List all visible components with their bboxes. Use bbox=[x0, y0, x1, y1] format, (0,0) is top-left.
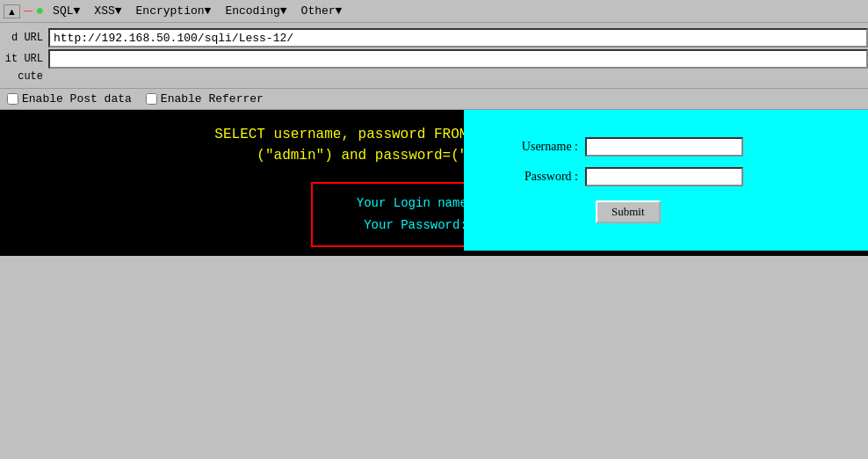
password-label: Password : bbox=[490, 170, 578, 184]
post-data-label: Enable Post data bbox=[22, 92, 132, 106]
execute-label: cute bbox=[0, 70, 48, 83]
scroll-up-button[interactable]: ▲ bbox=[4, 4, 20, 18]
referrer-label: Enable Referrer bbox=[161, 92, 264, 106]
password-row: Password : bbox=[490, 167, 842, 186]
load-url-label: d URL bbox=[0, 32, 48, 44]
checkbox-row: Enable Post data Enable Referrer bbox=[0, 89, 868, 110]
post-data-checkbox[interactable] bbox=[7, 93, 18, 105]
password-input[interactable] bbox=[585, 167, 743, 186]
urlbar-section: d URL it URL cute bbox=[0, 23, 868, 89]
xss-menu[interactable]: XSS▼ bbox=[89, 3, 127, 19]
encoding-menu[interactable]: Encoding▼ bbox=[220, 3, 292, 19]
encryption-menu[interactable]: Encryption▼ bbox=[131, 3, 217, 19]
referrer-checkbox-label[interactable]: Enable Referrer bbox=[146, 92, 264, 106]
url-input[interactable] bbox=[48, 28, 868, 47]
dot-green-icon: ● bbox=[36, 4, 45, 18]
post-data-checkbox-label[interactable]: Enable Post data bbox=[7, 92, 132, 106]
referrer-checkbox[interactable] bbox=[146, 93, 157, 105]
login-panel: Username : Password : Submit bbox=[464, 110, 868, 251]
username-input[interactable] bbox=[585, 137, 743, 157]
username-label: Username : bbox=[490, 140, 578, 154]
submit-button[interactable]: Submit bbox=[596, 200, 661, 223]
dot-red-icon: — bbox=[24, 4, 33, 18]
init-url-label: it URL bbox=[0, 53, 48, 65]
toolbar: ▲ — ● SQL▼ XSS▼ Encryption▼ Encoding▼ Ot… bbox=[0, 0, 868, 23]
other-menu[interactable]: Other▼ bbox=[296, 3, 348, 19]
sql-menu[interactable]: SQL▼ bbox=[47, 3, 85, 19]
main-area: Username : Password : Submit SELECT user… bbox=[0, 110, 868, 256]
username-row: Username : bbox=[490, 137, 842, 157]
